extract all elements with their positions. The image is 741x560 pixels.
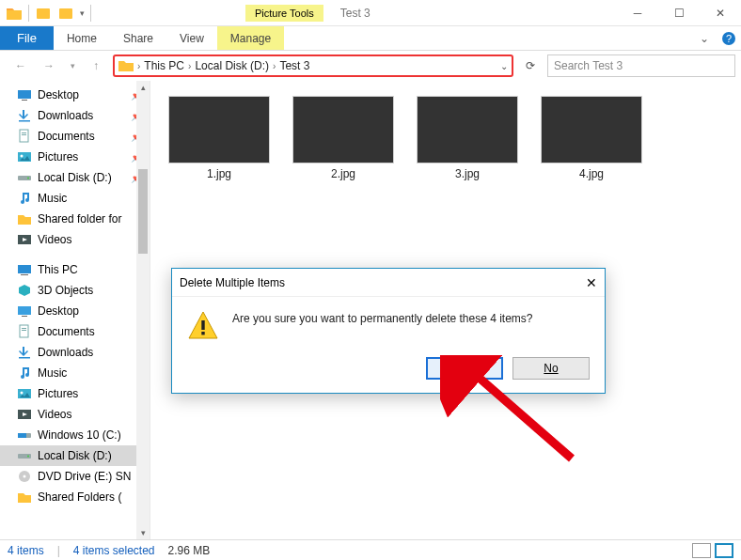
- sidebar-item-label: Music: [38, 366, 67, 380]
- sidebar-item[interactable]: Local Disk (D:)📌: [0, 167, 150, 188]
- sidebar-item[interactable]: Desktop: [0, 301, 150, 321]
- sidebar-item-label: Videos: [38, 408, 71, 421]
- quick-access-toolbar: ▾: [0, 3, 97, 23]
- sidebar-scrollbar[interactable]: ▴ ▾: [136, 81, 150, 539]
- download-icon: [17, 108, 32, 123]
- sidebar-item-label: Windows 10 (C:): [38, 428, 121, 442]
- file-item[interactable]: 1.jpg: [167, 96, 271, 180]
- sidebar-item[interactable]: Videos: [0, 229, 150, 250]
- sidebar-item[interactable]: [0, 250, 150, 259]
- dialog-close-button[interactable]: ✕: [586, 275, 597, 290]
- no-button[interactable]: No: [512, 357, 590, 380]
- file-name: 3.jpg: [455, 167, 480, 180]
- minimize-button[interactable]: ─: [617, 0, 658, 26]
- tab-share[interactable]: Share: [110, 26, 166, 50]
- crumb-test-3[interactable]: Test 3: [279, 59, 309, 72]
- sidebar-item-label: Pictures: [38, 387, 78, 400]
- dialog-message: Are you sure you want to permanently del…: [232, 310, 533, 325]
- sidebar-item[interactable]: Downloads📌: [0, 105, 150, 126]
- sidebar-item[interactable]: Shared Folders (: [0, 487, 150, 507]
- svg-rect-15: [18, 265, 31, 273]
- title-bar: ▾ Picture Tools Test 3 ─ ☐ ✕: [0, 0, 741, 26]
- file-item[interactable]: 4.jpg: [540, 96, 643, 180]
- desktop2-icon: [17, 303, 32, 319]
- back-button[interactable]: ←: [9, 54, 32, 77]
- svg-point-29: [27, 456, 29, 458]
- sidebar-item[interactable]: Local Disk (D:): [0, 445, 150, 466]
- svg-point-11: [21, 155, 24, 158]
- qat-button-2[interactable]: [55, 3, 76, 23]
- sidebar-item[interactable]: This PC: [0, 259, 150, 280]
- music-icon: [17, 191, 32, 206]
- breadcrumb[interactable]: › This PC › Local Disk (D:) › Test 3 ⌄: [113, 54, 513, 77]
- shared-icon: [17, 211, 32, 226]
- sidebar-item[interactable]: Videos: [0, 404, 150, 425]
- file-item[interactable]: 2.jpg: [292, 96, 395, 180]
- drive-icon: [17, 170, 32, 185]
- refresh-button[interactable]: ⟳: [519, 54, 542, 77]
- view-thumbnails-button[interactable]: [715, 543, 733, 558]
- svg-rect-18: [22, 316, 27, 317]
- tab-home[interactable]: Home: [54, 26, 110, 50]
- sidebar-item[interactable]: Pictures📌: [0, 147, 150, 167]
- view-details-button[interactable]: [692, 543, 711, 558]
- download-icon: [17, 345, 32, 360]
- svg-rect-27: [18, 433, 26, 438]
- tab-view[interactable]: View: [166, 26, 217, 50]
- chevron-right-icon[interactable]: ›: [188, 61, 191, 71]
- sidebar-item[interactable]: Pictures: [0, 383, 150, 404]
- yes-button[interactable]: Yes: [426, 357, 503, 380]
- qat-button-1[interactable]: [33, 3, 54, 23]
- file-tab[interactable]: File: [0, 26, 54, 50]
- svg-rect-16: [21, 274, 28, 275]
- scrollbar-thumb[interactable]: [138, 169, 148, 254]
- crumb-local-disk-d[interactable]: Local Disk (D:): [195, 59, 269, 72]
- forward-button[interactable]: →: [38, 54, 60, 77]
- svg-rect-6: [19, 120, 30, 122]
- ribbon-collapse-icon[interactable]: ⌄: [692, 26, 717, 50]
- svg-rect-7: [20, 130, 28, 142]
- svg-rect-32: [201, 320, 204, 330]
- sidebar-item[interactable]: DVD Drive (E:) SN: [0, 466, 150, 487]
- thumbnail-image: [417, 96, 518, 163]
- close-button[interactable]: ✕: [700, 0, 741, 26]
- maximize-button[interactable]: ☐: [658, 0, 700, 26]
- search-input[interactable]: Search Test 3: [547, 54, 735, 77]
- file-name: 1.jpg: [207, 167, 231, 180]
- sidebar-item[interactable]: Windows 10 (C:): [0, 425, 150, 445]
- file-item[interactable]: 3.jpg: [416, 96, 519, 180]
- sidebar-item-label: Shared Folders (: [38, 490, 121, 504]
- sidebar-item[interactable]: Music: [0, 188, 150, 209]
- sidebar-item-label: 3D Objects: [38, 284, 93, 297]
- scroll-down-icon[interactable]: ▾: [136, 526, 150, 539]
- svg-rect-19: [20, 325, 28, 337]
- chevron-right-icon[interactable]: ›: [137, 61, 140, 71]
- svg-point-13: [27, 178, 29, 179]
- qat-dropdown-icon[interactable]: ▾: [78, 8, 87, 18]
- crumb-this-pc[interactable]: This PC: [144, 59, 184, 72]
- status-bar: 4 items | 4 items selected 2.96 MB: [0, 539, 741, 560]
- scroll-up-icon[interactable]: ▴: [136, 81, 150, 94]
- thumbnail-image: [168, 96, 270, 163]
- sidebar-item[interactable]: 3D Objects: [0, 280, 150, 301]
- sidebar-item-label: Downloads: [38, 109, 93, 122]
- recent-dropdown[interactable]: ▾: [66, 54, 79, 77]
- shared-icon: [17, 490, 32, 505]
- sidebar-item-label: This PC: [38, 263, 78, 276]
- address-dropdown-icon[interactable]: ⌄: [500, 61, 508, 71]
- sidebar-item[interactable]: Downloads: [0, 342, 150, 363]
- dvd-icon: [17, 469, 32, 484]
- sidebar-item[interactable]: Documents: [0, 321, 150, 342]
- tab-manage[interactable]: Manage: [217, 26, 284, 50]
- up-button[interactable]: ↑: [85, 54, 107, 77]
- help-icon[interactable]: ?: [717, 26, 741, 50]
- sidebar-item-label: Local Disk (D:): [38, 171, 112, 184]
- chevron-right-icon[interactable]: ›: [273, 61, 276, 71]
- sidebar-item[interactable]: Shared folder for: [0, 209, 150, 229]
- sidebar-item-label: Documents: [38, 325, 95, 338]
- sidebar-item-label: DVD Drive (E:) SN: [38, 470, 131, 483]
- sidebar-item[interactable]: Documents📌: [0, 126, 150, 147]
- sidebar-item[interactable]: Desktop📌: [0, 85, 150, 105]
- status-size: 2.96 MB: [168, 544, 211, 557]
- sidebar-item[interactable]: Music: [0, 363, 150, 383]
